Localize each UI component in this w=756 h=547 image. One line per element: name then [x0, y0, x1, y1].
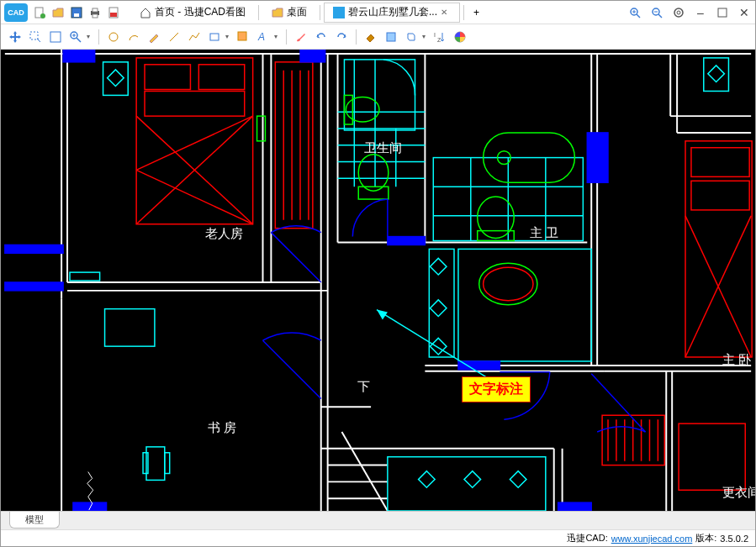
print-icon[interactable] — [88, 6, 102, 19]
open-file-icon[interactable] — [51, 6, 65, 19]
svg-point-27 — [109, 33, 118, 41]
dropdown-icon[interactable]: ▾ — [274, 33, 281, 40]
floorplan-svg: 老人房 卫生间 主 卫 书 房 主 卧 更衣间 下 — [1, 50, 755, 511]
rectangle-tool-icon[interactable] — [205, 28, 224, 46]
pdf-icon[interactable] — [107, 6, 120, 19]
svg-rect-106 — [358, 187, 389, 199]
tab-file-active[interactable]: 碧云山庄别墅几套... ✕ — [324, 3, 460, 23]
zoom-out-window-icon[interactable] — [649, 5, 664, 20]
svg-rect-22 — [50, 32, 61, 42]
svg-rect-116 — [145, 91, 245, 116]
zoom-fit-icon[interactable] — [46, 28, 65, 46]
tab-folder[interactable]: 桌面 — [262, 3, 316, 23]
box-tool-icon[interactable] — [382, 28, 400, 46]
app-logo: CAD — [4, 3, 28, 22]
svg-line-11 — [637, 14, 640, 18]
svg-rect-97 — [430, 338, 447, 355]
tab-home-label: 首页 - 迅捷CAD看图 — [155, 5, 246, 19]
tab-add[interactable]: + — [468, 3, 485, 23]
label-room5: 主 卧 — [722, 353, 751, 366]
svg-rect-130 — [63, 50, 95, 62]
toolbar-separator — [356, 29, 357, 45]
svg-rect-5 — [93, 8, 98, 12]
svg-rect-133 — [388, 237, 426, 245]
svg-text:A: A — [257, 31, 265, 43]
tab-folder-label: 桌面 — [287, 5, 307, 19]
plus-icon: + — [473, 7, 479, 18]
close-icon[interactable]: ✕ — [441, 8, 451, 18]
svg-rect-71 — [108, 70, 124, 87]
svg-line-140 — [262, 340, 320, 398]
zoom-in-window-icon[interactable] — [627, 5, 642, 20]
new-file-icon[interactable] — [33, 6, 46, 19]
3d-tool-icon[interactable] — [402, 28, 420, 46]
dropdown-icon[interactable]: ▾ — [225, 33, 232, 40]
redo-icon[interactable] — [332, 28, 351, 46]
circle-tool-icon[interactable] — [104, 28, 123, 46]
toolbar-separator — [286, 29, 287, 45]
svg-rect-9 — [333, 7, 345, 18]
minimize-icon[interactable]: – — [693, 5, 708, 20]
svg-rect-113 — [136, 58, 252, 224]
tab-separator — [258, 5, 259, 20]
label-room3: 主 卫 — [530, 226, 558, 239]
svg-rect-6 — [93, 14, 98, 18]
maximize-icon[interactable] — [715, 5, 730, 20]
line-tool-icon[interactable] — [165, 28, 183, 46]
sort-tool-icon[interactable]: IZ — [431, 28, 449, 46]
save-icon[interactable] — [70, 6, 83, 19]
svg-rect-70 — [103, 62, 129, 96]
svg-line-15 — [658, 14, 662, 18]
fill-tool-icon[interactable] — [362, 28, 380, 46]
status-url-link[interactable]: www.xunjiecad.com — [611, 534, 693, 544]
label-room2: 卫生间 — [364, 141, 402, 155]
svg-rect-19 — [718, 8, 727, 17]
svg-rect-75 — [143, 453, 148, 474]
tab-home[interactable]: 首页 - 迅捷CAD看图 — [130, 3, 255, 23]
zoom-in-icon[interactable] — [66, 28, 85, 46]
svg-rect-20 — [30, 32, 38, 39]
svg-point-105 — [358, 155, 389, 192]
svg-rect-102 — [510, 471, 526, 488]
svg-line-33 — [413, 34, 415, 35]
move-tool-icon[interactable] — [6, 28, 24, 46]
close-window-icon[interactable]: ✕ — [737, 5, 752, 20]
settings-icon[interactable] — [671, 5, 686, 20]
svg-rect-114 — [145, 65, 190, 90]
svg-rect-135 — [587, 133, 608, 182]
text-tool-icon[interactable]: A — [254, 28, 272, 46]
color-tool-icon[interactable] — [451, 28, 469, 46]
tab-model[interactable]: 模型 — [9, 512, 60, 529]
model-tab-bar: 模型 — [1, 511, 755, 529]
undo-icon[interactable] — [312, 28, 330, 46]
svg-rect-136 — [458, 361, 500, 370]
brush-tool-icon[interactable] — [292, 28, 310, 46]
svg-rect-131 — [300, 50, 325, 62]
svg-rect-142 — [73, 502, 107, 511]
arc-tool-icon[interactable] — [124, 28, 143, 46]
svg-rect-98 — [458, 249, 591, 361]
text-annotation-callout: 文字标注 — [462, 376, 531, 402]
zoom-window-icon[interactable] — [26, 28, 45, 46]
svg-rect-121 — [275, 62, 313, 229]
svg-rect-124 — [691, 148, 749, 177]
dropdown-icon[interactable]: ▾ — [87, 33, 93, 40]
svg-rect-95 — [430, 258, 447, 275]
svg-line-28 — [170, 33, 178, 41]
svg-point-17 — [674, 8, 683, 17]
cad-file-icon — [333, 7, 345, 18]
svg-rect-115 — [198, 65, 244, 90]
tab-bar: 首页 - 迅捷CAD看图 桌面 碧云山庄别墅几套... ✕ + — [130, 3, 621, 23]
layer-tool-icon[interactable] — [234, 28, 252, 46]
titlebar: CAD 首页 - 迅捷CAD看图 桌面 碧云山庄别墅几套... ✕ + – — [1, 1, 755, 24]
svg-rect-123 — [685, 141, 752, 357]
pencil-tool-icon[interactable] — [145, 28, 163, 46]
polyline-tool-icon[interactable] — [185, 28, 204, 46]
svg-line-120 — [136, 116, 252, 170]
statusbar: 迅捷CAD: www.xunjiecad.com 版本: 3.5.0.2 — [1, 529, 755, 546]
svg-rect-74 — [146, 447, 165, 481]
dropdown-icon[interactable]: ▾ — [422, 33, 429, 40]
status-version: 3.5.0.2 — [720, 534, 748, 544]
drawing-canvas[interactable]: 老人房 卫生间 主 卫 书 房 主 卧 更衣间 下 文字标注 — [1, 50, 755, 511]
svg-rect-30 — [238, 32, 246, 40]
